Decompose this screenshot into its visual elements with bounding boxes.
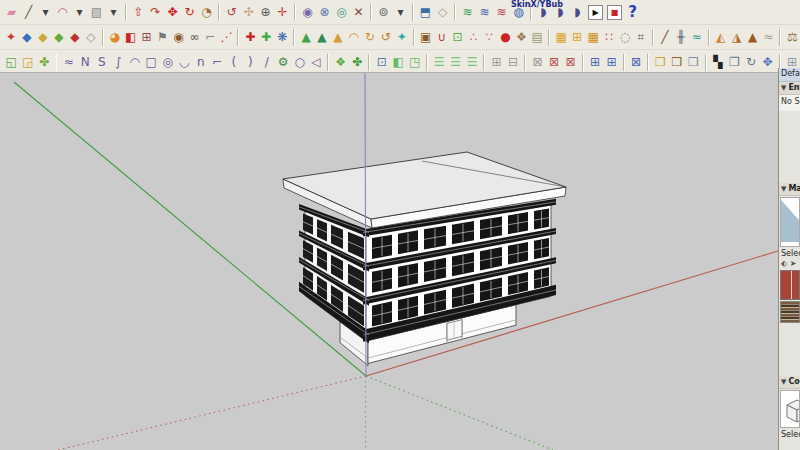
- snowflake-blue-button[interactable]: ❋: [274, 27, 290, 48]
- xbox-red-1-button[interactable]: ⊠: [546, 52, 563, 73]
- fill-green-2-button[interactable]: ◳: [406, 52, 423, 73]
- 3d-viewport[interactable]: [0, 72, 778, 450]
- diamond-green-button[interactable]: ◆: [51, 27, 67, 48]
- move-blue-button[interactable]: ✥: [759, 52, 776, 73]
- diamond-white-button[interactable]: ◇: [83, 27, 99, 48]
- tray-title[interactable]: Defaul: [779, 68, 800, 82]
- scale-icon-button[interactable]: ⚖: [784, 27, 800, 48]
- select-cube-button[interactable]: ⊡: [373, 52, 390, 73]
- grid-orange-3-button[interactable]: ▦: [585, 27, 601, 48]
- stack-blue-button[interactable]: ≋: [476, 2, 493, 23]
- glasses-icon-button[interactable]: ∞: [186, 27, 202, 48]
- zoom-tool-button[interactable]: ⊕: [257, 2, 274, 23]
- cross-green-button[interactable]: ✚: [258, 27, 274, 48]
- swoosh-teal-button[interactable]: ≈: [689, 27, 705, 48]
- paren-left-button[interactable]: (: [225, 52, 242, 73]
- bezier-tool-button[interactable]: S: [93, 52, 110, 73]
- components-header[interactable]: ▼Co: [779, 376, 800, 389]
- checker-bw-button[interactable]: ▚: [710, 52, 727, 73]
- pacman-orange-button[interactable]: ◕: [107, 27, 123, 48]
- dots-pink-1-button[interactable]: ∴: [465, 27, 481, 48]
- active-material-swatch[interactable]: [780, 270, 800, 300]
- terrain-3-button[interactable]: ▲: [745, 27, 761, 48]
- dropdown-arc-button[interactable]: ▾: [71, 2, 88, 23]
- box-brown-button[interactable]: ▣: [418, 27, 434, 48]
- circle-dot-button[interactable]: ◎: [159, 52, 176, 73]
- dog-icon-button[interactable]: ◉: [170, 27, 186, 48]
- eraser-tool-button[interactable]: ▰: [3, 2, 20, 23]
- diamond-blue-button[interactable]: ◆: [19, 27, 35, 48]
- paren-right-button[interactable]: ): [242, 52, 259, 73]
- grid-blue-3-button[interactable]: ⊠: [628, 52, 645, 73]
- xbox-gray-button[interactable]: ⊠: [529, 52, 546, 73]
- n-curve-button[interactable]: n: [192, 52, 209, 73]
- copy-icon-button[interactable]: ❐: [726, 52, 743, 73]
- dots-pink-2-button[interactable]: ∵: [481, 27, 497, 48]
- wrench-icon-button[interactable]: ⚙: [275, 52, 292, 73]
- tag-plus-button[interactable]: ⊞: [488, 52, 505, 73]
- dropdown-line-button[interactable]: ▾: [37, 2, 54, 23]
- terrain-2-button[interactable]: ◮: [729, 27, 745, 48]
- snap-icon-1-button[interactable]: ◱: [3, 52, 20, 73]
- rect-purple-button[interactable]: □: [143, 52, 160, 73]
- pattern-grid-button[interactable]: ⌗: [633, 27, 649, 48]
- stop-button[interactable]: ■: [607, 5, 622, 20]
- pencil-tool-button[interactable]: ╱: [657, 27, 673, 48]
- list-green-plus-button[interactable]: ☰: [447, 52, 464, 73]
- hook-icon-button[interactable]: ⌐: [202, 27, 218, 48]
- help-button[interactable]: ?: [624, 2, 641, 23]
- slash-purple-button[interactable]: /: [258, 52, 275, 73]
- grid-blue-1-button[interactable]: ⊞: [587, 52, 604, 73]
- tree-green-1-button[interactable]: ▲: [298, 27, 314, 48]
- loop-orange-button[interactable]: ↺: [378, 27, 394, 48]
- dropdown-rect-button[interactable]: ▾: [105, 2, 122, 23]
- arc-orange-button[interactable]: ◠: [346, 27, 362, 48]
- crate-green-button[interactable]: ⊡: [450, 27, 466, 48]
- hook-purple-button[interactable]: ⌐: [209, 52, 226, 73]
- round-tool-1-button[interactable]: ◉: [299, 2, 316, 23]
- entity-info-header[interactable]: ▼Ent: [779, 82, 800, 95]
- swap-tool-button[interactable]: ✕: [350, 2, 367, 23]
- move-tool-button[interactable]: ✥: [164, 2, 181, 23]
- comp-blue-button[interactable]: ❒: [685, 52, 702, 73]
- walk-tool-button[interactable]: ⊚: [375, 2, 392, 23]
- offset-tool-button[interactable]: ◔: [198, 2, 215, 23]
- xbox-red-2-button[interactable]: ⊠: [562, 52, 579, 73]
- tree-yellow-button[interactable]: ▲: [330, 27, 346, 48]
- stack-green-button[interactable]: ≋: [459, 2, 476, 23]
- grid-blue-2-button[interactable]: ⊞: [603, 52, 620, 73]
- wedge-tool-button[interactable]: ◁: [308, 52, 325, 73]
- material-texture-swatch[interactable]: [780, 301, 800, 323]
- list-green-minus-button[interactable]: ☰: [464, 52, 481, 73]
- spline-tool-button[interactable]: ∫: [110, 52, 127, 73]
- freehand-curve-button[interactable]: ≈: [60, 52, 77, 73]
- terrain-1-button[interactable]: ◭: [713, 27, 729, 48]
- pan-tool-button[interactable]: ✣: [240, 2, 257, 23]
- snap-icon-2-button[interactable]: ◲: [20, 52, 37, 73]
- circle-dashed-button[interactable]: ◌: [617, 27, 633, 48]
- comp-brown-button[interactable]: ❒: [669, 52, 686, 73]
- tree-green-2-button[interactable]: ▲: [314, 27, 330, 48]
- curl-orange-button[interactable]: ↻: [362, 27, 378, 48]
- dots-red-button[interactable]: ∷: [601, 27, 617, 48]
- fence-icon-button[interactable]: ▤: [529, 27, 545, 48]
- fill-green-1-button[interactable]: ◧: [390, 52, 407, 73]
- diamond-yellow-button[interactable]: ◆: [35, 27, 51, 48]
- materials-select-tab[interactable]: Select: [779, 248, 800, 258]
- arc-tool-button[interactable]: ◠: [54, 2, 71, 23]
- line-tool-button[interactable]: ╱: [20, 2, 37, 23]
- diamond-red-button[interactable]: ◆: [67, 27, 83, 48]
- rotate-tool-button[interactable]: ↻: [181, 2, 198, 23]
- dotted-arc-button[interactable]: ⋰: [218, 27, 234, 48]
- comp-yellow-button[interactable]: ❒: [652, 52, 669, 73]
- cross-red-button[interactable]: ✚: [242, 27, 258, 48]
- ball-red-button[interactable]: ●: [497, 27, 513, 48]
- flower-checker-button[interactable]: ❖: [513, 27, 529, 48]
- skin-tool-3-button[interactable]: ◗: [569, 2, 586, 23]
- tag-minus-button[interactable]: ⊟: [505, 52, 522, 73]
- rectangle-tool-button[interactable]: ▧: [88, 2, 105, 23]
- leaf-icon-1-button[interactable]: ❖: [332, 52, 349, 73]
- snap-icon-3-button[interactable]: ✤: [36, 52, 53, 73]
- curve-gray-button[interactable]: ≈: [761, 27, 777, 48]
- pushpull-tool-button[interactable]: ⇧: [130, 2, 147, 23]
